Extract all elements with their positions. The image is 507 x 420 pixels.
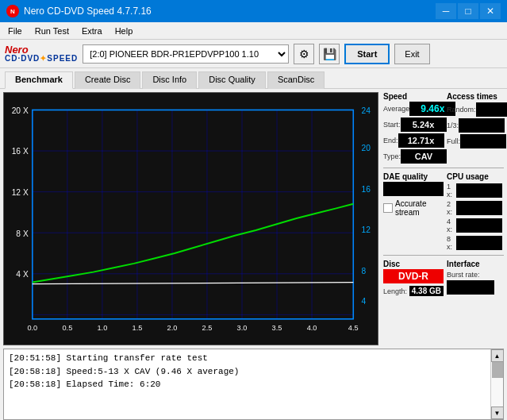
random-label: Random: [447,106,476,114]
cpu-x1-value [456,183,502,198]
end-label: End: [383,137,398,144]
options-button[interactable]: ⚙ [294,44,314,64]
svg-text:3.5: 3.5 [272,323,282,332]
disc-length-label: Length: [383,287,407,295]
tab-bar: Benchmark Create Disc Disc Info Disc Qua… [0,68,507,89]
cpu-x8-value [456,236,502,250]
tab-scan-disc[interactable]: ScanDisc [267,71,325,89]
burst-value [447,280,494,295]
title-bar: N Nero CD-DVD Speed 4.7.7.16 ─ □ ✕ [0,0,507,22]
cpu-x8-label: 8 x: [447,235,456,251]
svg-text:12 X: 12 X [12,188,29,197]
dae-cpu-row: DAE quality Accuratestream CPU usage 1 x… [383,172,504,251]
drive-selector[interactable]: [2:0] PIONEER BDR-PR1EPDVPP100 1.10 [83,44,289,64]
menu-file[interactable]: File [3,25,27,37]
start-value: 5.24x [401,118,447,132]
right-panel: Speed Average 9.46x Start: 5.24x End: 12… [383,92,504,345]
avg-label: Average [383,105,409,113]
exit-button[interactable]: Exit [394,44,429,64]
dae-title: DAE quality [383,172,444,181]
menu-help[interactable]: Help [110,25,138,37]
window-controls: ─ □ ✕ [436,3,501,19]
cpu-x4-value [456,218,502,233]
svg-text:16 X: 16 X [12,147,29,156]
cpu-x2-value [456,201,502,215]
speed-access-row: Speed Average 9.46x Start: 5.24x End: 12… [383,92,504,164]
interface-section: Interface Burst rate: [447,260,502,296]
svg-text:24: 24 [362,106,371,115]
svg-text:8: 8 [362,267,367,276]
onethird-value [459,118,505,133]
type-value: CAV [401,149,447,164]
svg-text:2.5: 2.5 [202,323,213,332]
divider1 [383,168,504,168]
dae-value [383,182,444,196]
start-button[interactable]: Start [344,44,390,64]
app-logo: Nero CD·DVD✦SPEED [5,44,78,63]
chart-area: 20 X 16 X 12 X 8 X 4 X 24 20 16 12 8 4 0… [3,92,378,345]
svg-text:4.0: 4.0 [307,323,317,332]
svg-text:4.5: 4.5 [348,323,359,332]
menu-bar: File Run Test Extra Help [0,22,507,40]
disc-type-badge: DVD-R [383,269,444,283]
random-value [476,102,507,117]
log-line-3: [20:58:18] Elapsed Time: 6:20 [9,378,486,391]
log-area: [20:51:58] Starting transfer rate test [… [3,349,504,420]
full-value [460,134,506,148]
disc-title: Disc [383,260,444,268]
main-content: 20 X 16 X 12 X 8 X 4 X 24 20 16 12 8 4 0… [0,89,507,349]
cpu-section: CPU usage 1 x: 2 x: 4 x: 8 x: [447,172,502,251]
dae-section: DAE quality Accuratestream [383,172,444,251]
cpu-x4-label: 4 x: [447,218,456,233]
scroll-track [491,362,503,407]
tab-benchmark[interactable]: Benchmark [5,71,73,89]
svg-text:4: 4 [362,297,367,306]
svg-text:1.5: 1.5 [133,323,143,332]
log-content: [20:51:58] Starting transfer rate test [… [4,349,490,419]
svg-text:3.0: 3.0 [237,323,248,332]
accurate-stream-row: Accuratestream [383,199,444,217]
speed-title: Speed [383,92,444,101]
scroll-thumb [492,362,503,378]
accurate-stream-checkbox[interactable] [383,203,393,213]
start-label: Start: [383,121,401,129]
speed-chart: 20 X 16 X 12 X 8 X 4 X 24 20 16 12 8 4 0… [4,93,378,345]
tab-disc-quality[interactable]: Disc Quality [198,71,266,89]
maximize-button[interactable]: □ [458,3,478,19]
divider2 [383,255,504,256]
scroll-up-button[interactable]: ▲ [491,349,504,362]
svg-text:20 X: 20 X [12,106,29,115]
scroll-down-button[interactable]: ▼ [491,407,504,419]
disc-length-value: 4.38 GB [409,286,444,296]
log-line-2: [20:58:18] Speed:5-13 X CAV (9.46 X aver… [9,365,486,379]
minimize-button[interactable]: ─ [436,3,456,19]
app-icon: N [6,5,19,17]
close-button[interactable]: ✕ [480,3,501,19]
tab-create-disc[interactable]: Create Disc [75,71,140,89]
end-value: 12.71x [398,133,444,148]
window-title: Nero CD-DVD Speed 4.7.7.16 [24,6,152,17]
svg-text:8 X: 8 X [16,229,28,237]
save-button[interactable]: 💾 [319,44,340,64]
speed-section: Speed Average 9.46x Start: 5.24x End: 12… [383,92,444,164]
cpu-x2-label: 2 x: [447,200,456,216]
svg-rect-0 [4,93,378,345]
cpu-x1-label: 1 x: [447,183,456,198]
burst-label: Burst rate: [447,271,480,279]
tab-disc-info[interactable]: Disc Info [142,71,197,89]
interface-title: Interface [447,260,502,268]
svg-text:0.5: 0.5 [62,323,72,332]
svg-text:2.0: 2.0 [167,323,178,332]
svg-text:20: 20 [362,144,371,152]
svg-text:4 X: 4 X [16,270,28,279]
full-label: Full: [447,137,460,145]
access-section: Access times Random: 1/3: Full: [447,92,502,164]
access-title: Access times [447,92,502,101]
svg-text:12: 12 [362,225,371,234]
toolbar: Nero CD·DVD✦SPEED [2:0] PIONEER BDR-PR1E… [0,40,507,68]
menu-run-test[interactable]: Run Test [30,25,74,37]
menu-extra[interactable]: Extra [77,25,107,37]
disc-interface-row: Disc DVD-R Length: 4.38 GB Interface Bur… [383,260,504,296]
logo-cdspeed: CD·DVD✦SPEED [5,55,78,63]
accurate-label: Accuratestream [395,199,426,217]
